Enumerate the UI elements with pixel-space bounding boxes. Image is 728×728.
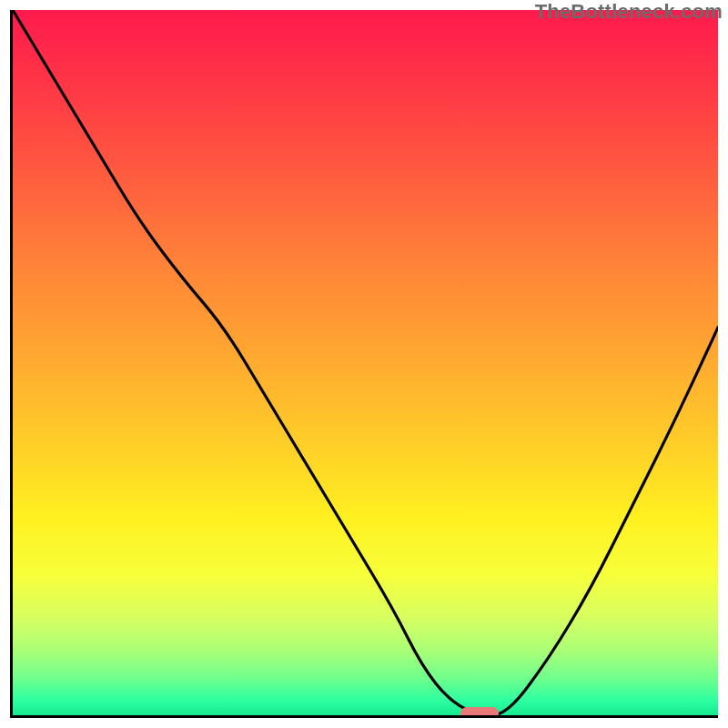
optimal-marker [460, 707, 499, 718]
bottleneck-curve [13, 10, 718, 715]
watermark-label: TheBottleneck.com [535, 0, 723, 24]
bottleneck-chart: TheBottleneck.com [0, 0, 728, 728]
plot-area [10, 10, 718, 718]
